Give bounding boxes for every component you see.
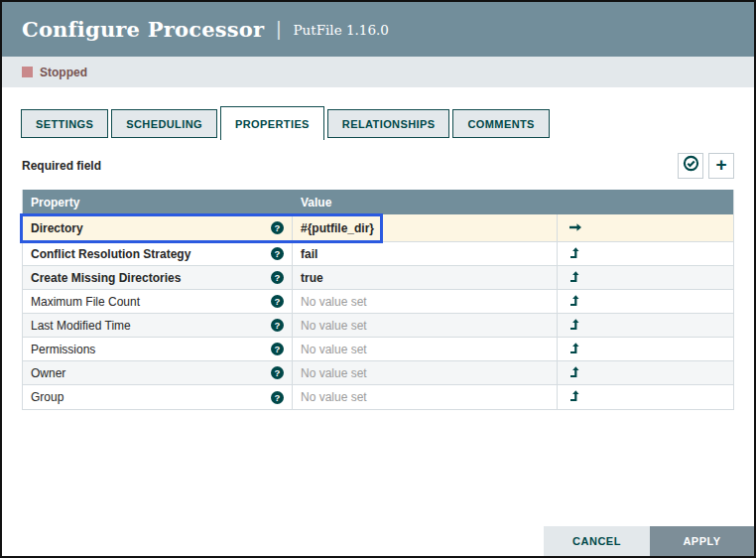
property-value-cell[interactable]: #{putfile_dir} — [293, 214, 558, 241]
column-header-property: Property — [23, 196, 293, 209]
table-row-permissions: Permissions ? No value set — [23, 338, 733, 361]
add-property-button[interactable]: + — [708, 153, 734, 179]
table-row-directory: Directory ? #{putfile_dir} — [23, 214, 733, 242]
help-icon[interactable]: ? — [271, 295, 284, 308]
convert-to-parameter-level-up-icon[interactable] — [567, 293, 580, 311]
property-value: No value set — [301, 366, 367, 380]
property-name: Maximum File Count — [31, 295, 140, 309]
property-name: Create Missing Directories — [31, 271, 181, 285]
status-label: Stopped — [40, 66, 87, 79]
plus-icon: + — [715, 155, 726, 174]
cancel-button[interactable]: CANCEL — [544, 526, 650, 556]
property-name: Conflict Resolution Strategy — [31, 247, 190, 261]
property-value: true — [301, 271, 323, 285]
properties-table: Property Value Directory ? #{putfile_dir… — [22, 190, 734, 410]
column-header-value: Value — [293, 196, 558, 209]
table-row-group: Group ? No value set — [23, 385, 733, 409]
convert-to-parameter-level-up-icon[interactable] — [567, 388, 580, 406]
property-value-cell[interactable]: No value set — [293, 314, 558, 337]
table-header: Property Value — [23, 190, 733, 214]
dialog-header: Configure Processor | PutFile 1.16.0 — [2, 2, 754, 57]
help-icon[interactable]: ? — [271, 391, 284, 404]
stopped-state-icon — [22, 67, 33, 77]
help-icon[interactable]: ? — [271, 221, 284, 234]
go-to-parameter-arrow-right-icon[interactable] — [567, 219, 584, 237]
property-value: #{putfile_dir} — [301, 221, 374, 235]
property-value-cell[interactable]: No value set — [293, 290, 558, 313]
tab-settings[interactable]: SETTINGS — [21, 109, 108, 138]
tab-relationships[interactable]: RELATIONSHIPS — [327, 109, 450, 138]
dialog-footer: CANCEL APPLY — [544, 526, 754, 556]
status-bar: Stopped — [2, 57, 754, 87]
property-value: No value set — [301, 343, 367, 356]
tab-scheduling[interactable]: SCHEDULING — [111, 109, 217, 138]
property-name: Last Modified Time — [31, 319, 131, 333]
property-name: Permissions — [31, 343, 95, 356]
convert-to-parameter-level-up-icon[interactable] — [567, 364, 580, 382]
property-toolbar: + — [678, 153, 734, 179]
verify-properties-button[interactable] — [678, 153, 703, 179]
tab-bar: SETTINGS SCHEDULING PROPERTIES RELATIONS… — [21, 106, 734, 140]
property-value: No value set — [301, 295, 367, 309]
title-divider: | — [276, 18, 281, 41]
table-toolbar-row: Required field + — [22, 152, 734, 179]
property-value: No value set — [301, 390, 367, 404]
property-name: Directory — [31, 221, 83, 235]
property-value: fail — [301, 247, 317, 261]
convert-to-parameter-level-up-icon[interactable] — [567, 269, 580, 287]
dialog-title: Configure Processor — [22, 17, 264, 42]
property-value-cell[interactable]: true — [293, 266, 558, 289]
help-icon[interactable]: ? — [271, 319, 284, 332]
property-name: Owner — [31, 366, 65, 380]
table-row-last-modified-time: Last Modified Time ? No value set — [23, 314, 733, 338]
property-name: Group — [31, 390, 63, 404]
help-icon[interactable]: ? — [271, 271, 284, 284]
processor-name-version: PutFile 1.16.0 — [293, 22, 388, 38]
help-icon[interactable]: ? — [271, 247, 284, 260]
required-field-label: Required field — [22, 159, 101, 173]
help-icon[interactable]: ? — [271, 343, 284, 355]
table-row-conflict-resolution: Conflict Resolution Strategy ? fail — [23, 242, 733, 266]
configure-processor-dialog: Configure Processor | PutFile 1.16.0 Sto… — [0, 0, 756, 558]
property-value-cell[interactable]: No value set — [293, 361, 558, 384]
convert-to-parameter-level-up-icon[interactable] — [567, 341, 580, 358]
property-value-cell[interactable]: fail — [293, 242, 558, 265]
property-value: No value set — [301, 319, 367, 333]
convert-to-parameter-level-up-icon[interactable] — [567, 317, 580, 335]
property-value-cell[interactable]: No value set — [293, 338, 558, 360]
tab-comments[interactable]: COMMENTS — [452, 109, 549, 138]
convert-to-parameter-level-up-icon[interactable] — [567, 245, 580, 263]
check-circle-icon — [683, 155, 699, 176]
apply-button[interactable]: APPLY — [650, 526, 754, 556]
help-icon[interactable]: ? — [271, 366, 284, 379]
table-row-owner: Owner ? No value set — [23, 361, 733, 385]
tab-properties[interactable]: PROPERTIES — [220, 106, 324, 140]
table-row-maximum-file-count: Maximum File Count ? No value set — [23, 290, 733, 314]
table-row-create-missing-directories: Create Missing Directories ? true — [23, 266, 733, 290]
property-value-cell[interactable]: No value set — [293, 385, 558, 409]
